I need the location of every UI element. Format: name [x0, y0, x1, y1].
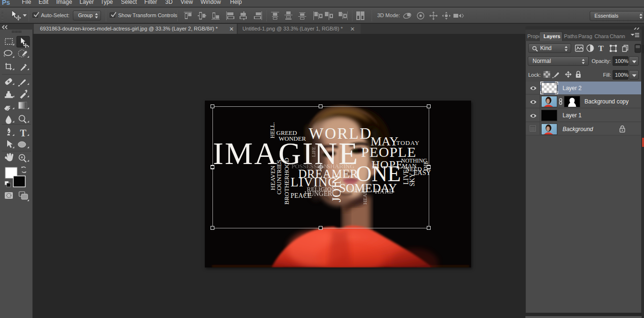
- svg-text:HEAVEN: HEAVEN: [269, 165, 276, 190]
- svg-text:SKY: SKY: [409, 173, 416, 186]
- svg-text:POSSESSION: POSSESSION: [292, 163, 328, 170]
- svg-text:WORLD: WORLD: [309, 125, 372, 142]
- svg-text:BROTHERHOOD: BROTHERHOOD: [283, 158, 290, 205]
- svg-text:PEACE: PEACE: [291, 192, 312, 199]
- svg-text:LIFE: LIFE: [311, 147, 316, 157]
- svg-text:HEART: HEART: [362, 187, 368, 205]
- svg-text:HELL.: HELL.: [269, 122, 276, 138]
- svg-text:SHARING: SHARING: [327, 163, 354, 170]
- svg-text:COUNTRIES: COUNTRIES: [275, 160, 282, 195]
- svg-text:HARD: HARD: [375, 188, 394, 195]
- svg-text:T: T: [598, 44, 604, 53]
- svg-text:WONDER: WONDER: [279, 135, 306, 142]
- svg-text:T: T: [20, 128, 27, 138]
